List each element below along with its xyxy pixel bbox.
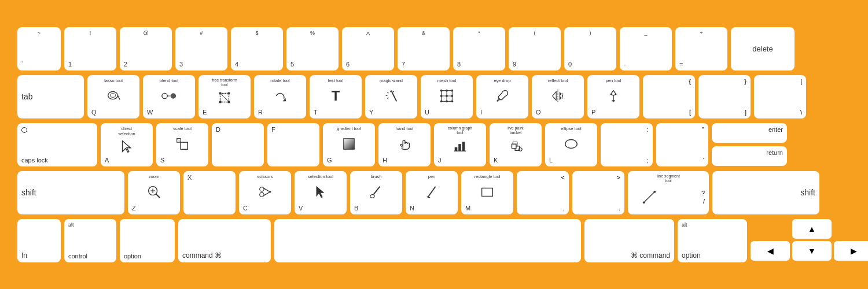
key-0[interactable]: ) 0	[564, 27, 616, 71]
key-2[interactable]: @ 2	[120, 27, 172, 71]
key-period[interactable]: > .	[572, 171, 624, 214]
key-arrow-right[interactable]: ▶	[834, 241, 868, 261]
key-5[interactable]: % 5	[286, 27, 339, 71]
key-i[interactable]: eye drop I	[476, 75, 528, 118]
asdf-row: caps lock directselection A scale tool	[17, 123, 851, 166]
key-8[interactable]: * 8	[453, 27, 505, 71]
key-y[interactable]: magic wand Y	[365, 75, 417, 118]
key-command-left[interactable]: command ⌘	[178, 219, 271, 262]
number-row: ~ ` ! 1 @ 2 # 3 $ 4 % 5 ^ 6 & 7	[17, 27, 851, 71]
key-p[interactable]: pen tool P	[587, 75, 639, 118]
key-equals[interactable]: + =	[675, 27, 727, 71]
key-fn[interactable]: fn	[17, 219, 61, 262]
svg-point-4	[171, 93, 176, 98]
key-z[interactable]: zoom Z	[128, 171, 180, 214]
svg-point-0	[108, 91, 118, 99]
key-backslash[interactable]: | \	[754, 75, 806, 118]
key-enter-top[interactable]: enter	[712, 123, 787, 143]
key-v[interactable]: selection tool V	[295, 171, 347, 214]
key-4[interactable]: $ 4	[231, 27, 283, 71]
svg-point-54	[260, 187, 264, 191]
key-arrow-down[interactable]: ▼	[792, 241, 832, 261]
key-bracket-open[interactable]: { [	[643, 75, 695, 118]
key-n[interactable]: pen N	[406, 171, 458, 214]
key-space[interactable]	[274, 219, 581, 262]
svg-line-57	[263, 191, 271, 195]
key-minus[interactable]: _ -	[620, 27, 672, 71]
key-control[interactable]: alt control	[64, 219, 116, 262]
key-option-left[interactable]: option	[120, 219, 175, 262]
svg-point-23	[440, 89, 443, 91]
svg-line-31	[497, 99, 499, 101]
svg-marker-39	[123, 141, 131, 153]
key-arrow-up[interactable]: ▲	[792, 219, 832, 239]
key-h[interactable]: hand tool H	[378, 123, 431, 166]
svg-point-60	[370, 194, 374, 198]
key-tab[interactable]: tab	[17, 75, 84, 118]
key-semicolon[interactable]: : ;	[601, 123, 653, 166]
svg-marker-34	[553, 91, 557, 100]
key-o[interactable]: reflect tool O	[532, 75, 584, 118]
svg-line-18	[393, 91, 394, 92]
key-u[interactable]: mesh tool U	[421, 75, 473, 118]
key-6[interactable]: ^ 6	[342, 27, 394, 71]
key-b[interactable]: brush B	[350, 171, 402, 214]
svg-line-62	[427, 197, 431, 198]
key-quote[interactable]: " '	[656, 123, 708, 166]
key-f[interactable]: F	[267, 123, 319, 166]
key-option-right-group: alt option	[678, 219, 747, 262]
key-t[interactable]: text tool T T	[310, 75, 362, 118]
key-s[interactable]: scale tool S	[156, 123, 208, 166]
svg-rect-40	[181, 142, 187, 149]
svg-line-51	[156, 194, 160, 198]
key-shift-right[interactable]: shift	[712, 171, 819, 214]
key-slash[interactable]: line segmenttool ? /	[628, 171, 709, 214]
key-shift-left[interactable]: shift	[17, 171, 124, 214]
key-x[interactable]: X	[183, 171, 236, 214]
key-c[interactable]: scissors C	[239, 171, 291, 214]
svg-point-30	[451, 95, 453, 97]
svg-point-65	[643, 202, 645, 204]
key-capslock[interactable]: caps lock	[17, 123, 97, 166]
key-9[interactable]: ( 9	[509, 27, 561, 71]
keyboard: ~ ` ! 1 @ 2 # 3 $ 4 % 5 ^ 6 & 7	[12, 21, 856, 268]
key-delete[interactable]: delete	[731, 27, 795, 71]
svg-rect-43	[344, 138, 355, 149]
svg-point-55	[260, 192, 264, 196]
key-w[interactable]: blend tool W	[143, 75, 195, 118]
key-d[interactable]: D	[212, 123, 264, 166]
key-r[interactable]: rotate tool R	[254, 75, 306, 118]
svg-line-59	[373, 186, 380, 194]
key-comma[interactable]: < ,	[517, 171, 569, 214]
qwerty-row: tab lasso tool Q blend tool	[17, 75, 851, 118]
key-3[interactable]: # 3	[175, 27, 227, 71]
svg-rect-7	[219, 92, 222, 95]
key-arrow-left[interactable]: ◀	[751, 241, 790, 261]
svg-point-1	[110, 93, 115, 97]
key-tilde[interactable]: ~ `	[17, 27, 61, 71]
key-a[interactable]: directselection A	[101, 123, 153, 166]
key-g[interactable]: gradient tool G	[323, 123, 375, 166]
svg-point-25	[440, 100, 443, 102]
svg-rect-8	[228, 92, 230, 95]
svg-line-64	[644, 192, 655, 203]
arrow-keys-bottom: ◀ ▼ ▶	[751, 241, 868, 261]
svg-line-13	[391, 90, 396, 101]
zxcv-row: shift zoom Z X scissors	[17, 171, 851, 214]
key-k[interactable]: live paintbucket K	[490, 123, 542, 166]
key-m[interactable]: rectangle tool M	[461, 171, 513, 214]
key-1[interactable]: ! 1	[64, 27, 116, 71]
key-e[interactable]: free transformtool E	[198, 75, 251, 118]
key-l[interactable]: ellipse tool L	[545, 123, 597, 166]
key-7[interactable]: & 7	[398, 27, 450, 71]
key-return[interactable]: return	[712, 146, 787, 166]
key-bracket-close[interactable]: } ]	[698, 75, 751, 118]
bottom-row: fn alt control option command ⌘ ⌘	[17, 219, 851, 262]
key-command-right[interactable]: ⌘ command	[584, 219, 674, 262]
svg-rect-45	[458, 144, 461, 151]
svg-rect-63	[482, 188, 493, 196]
arrow-keys: ▲ ◀ ▼ ▶	[751, 219, 868, 262]
key-q[interactable]: lasso tool Q	[87, 75, 139, 118]
key-j[interactable]: column graphtool J	[434, 123, 486, 166]
svg-line-61	[428, 186, 435, 197]
